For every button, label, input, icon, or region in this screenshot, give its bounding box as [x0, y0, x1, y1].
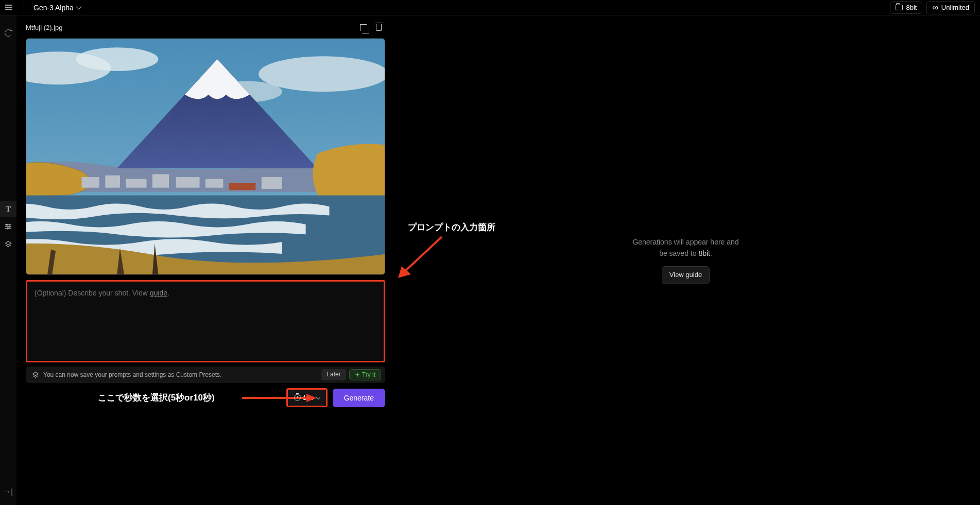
settings-sliders-button[interactable] [0, 218, 16, 235]
crop-icon [360, 24, 367, 31]
svg-rect-18 [262, 177, 282, 189]
prompt-placeholder-prefix: (Optional) Describe your shot. View [35, 289, 150, 297]
view-guide-button[interactable]: View guide [662, 266, 710, 284]
divider [24, 3, 24, 12]
trash-icon [376, 24, 382, 31]
plan-pill[interactable]: ∞ Unlimited [926, 1, 975, 14]
image-preview-frame [26, 38, 385, 275]
left-rail: T →| [0, 15, 16, 505]
collapse-icon: →| [4, 487, 13, 496]
generate-button[interactable]: Generate [333, 389, 385, 407]
bottom-controls: ここで秒数を選択(5秒or10秒) 10s Generate [26, 388, 385, 407]
editor-column: Mtfuji (2).jpg [16, 15, 391, 505]
collapse-rail-button[interactable]: →| [0, 483, 16, 500]
svg-point-1 [6, 224, 8, 225]
annotation-duration-label: ここで秒数を選択(5秒or10秒) [98, 392, 215, 404]
prompt-placeholder-suffix: . [167, 289, 169, 297]
svg-rect-12 [105, 176, 120, 188]
svg-point-5 [7, 228, 9, 229]
file-name-label: Mtfuji (2).jpg [26, 24, 63, 31]
undo-icon [5, 29, 12, 37]
guide-link[interactable]: guide [150, 289, 167, 297]
preset-tip-bar: You can now save your prompts and settin… [26, 367, 385, 383]
preview-column: Generations will appear here and be save… [391, 15, 980, 505]
svg-rect-16 [205, 179, 223, 188]
svg-rect-11 [82, 177, 99, 188]
svg-line-22 [403, 237, 442, 273]
main-layout: T →| Mtfuji (2).jpg [0, 15, 980, 505]
empty-line2: be saved to 8bit. [632, 248, 738, 259]
annotation-arrow-duration [242, 393, 317, 403]
topbar-left: Gen-3 Alpha [5, 3, 81, 12]
model-name-label: Gen-3 Alpha [33, 4, 74, 12]
file-header: Mtfuji (2).jpg [16, 18, 391, 37]
layers-icon [5, 240, 12, 248]
folder-icon [896, 5, 903, 10]
model-selector[interactable]: Gen-3 Alpha [33, 4, 81, 12]
svg-rect-15 [176, 177, 200, 188]
file-actions [359, 24, 382, 31]
infinity-icon: ∞ [932, 4, 938, 12]
preset-icon [32, 371, 39, 378]
svg-rect-17 [229, 183, 256, 190]
text-tool-button[interactable]: T [0, 201, 16, 217]
undo-button[interactable] [0, 25, 16, 41]
tip-text: You can now save your prompts and settin… [43, 371, 221, 378]
delete-button[interactable] [375, 24, 382, 31]
svg-point-9 [259, 56, 385, 92]
sliders-icon [5, 223, 12, 230]
topbar-right: 8bit ∞ Unlimited [890, 1, 975, 14]
timer-icon [294, 394, 301, 401]
uploaded-image [26, 39, 385, 274]
folder-label: 8bit [906, 4, 917, 11]
later-button[interactable]: Later [321, 369, 346, 380]
tryit-label: Try it [362, 371, 375, 378]
svg-rect-13 [126, 179, 146, 188]
prompt-input[interactable]: (Optional) Describe your shot. View guid… [26, 280, 385, 362]
folder-pill[interactable]: 8bit [890, 1, 922, 14]
svg-point-8 [76, 47, 158, 71]
chevron-down-icon [76, 4, 81, 9]
top-bar: Gen-3 Alpha 8bit ∞ Unlimited [0, 0, 980, 15]
svg-rect-14 [152, 174, 169, 187]
crop-button[interactable] [359, 24, 367, 31]
empty-line1: Generations will appear here and [632, 236, 738, 248]
sparkle-icon [355, 372, 360, 377]
plan-label: Unlimited [941, 4, 969, 11]
empty-state: Generations will appear here and be save… [632, 236, 738, 285]
svg-marker-21 [306, 394, 317, 402]
annotation-prompt-label: プロンプトの入力箇所 [408, 221, 495, 233]
svg-point-3 [9, 226, 10, 228]
tryit-button[interactable]: Try it [349, 369, 381, 380]
text-icon: T [6, 205, 11, 214]
annotation-arrow-prompt [396, 234, 444, 278]
layers-button[interactable] [0, 236, 16, 252]
hamburger-menu-icon[interactable] [5, 3, 14, 12]
